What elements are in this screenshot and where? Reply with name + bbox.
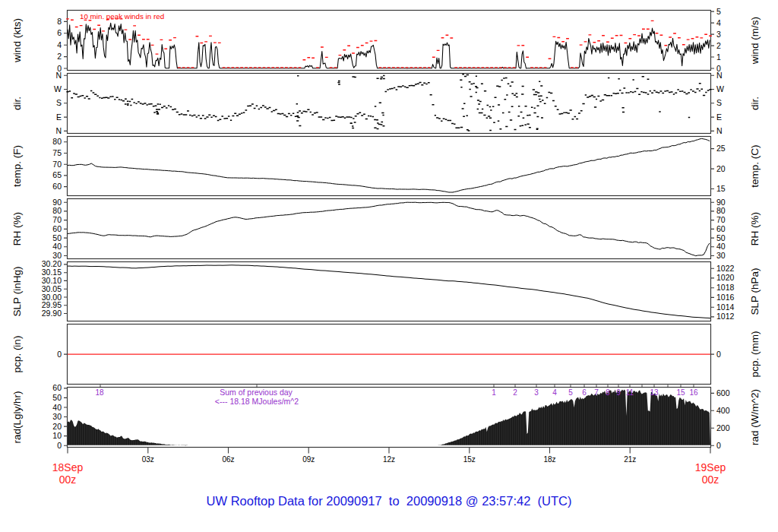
svg-text:6: 6 bbox=[57, 28, 62, 37]
svg-text:18Sep: 18Sep bbox=[52, 461, 84, 473]
svg-text:1012: 1012 bbox=[716, 312, 735, 321]
svg-text:1018: 1018 bbox=[716, 283, 735, 292]
svg-text:600: 600 bbox=[716, 388, 730, 397]
svg-text:5: 5 bbox=[716, 7, 721, 16]
svg-text:40: 40 bbox=[716, 242, 726, 251]
svg-text:rad(Lgly/hr): rad(Lgly/hr) bbox=[11, 391, 23, 443]
svg-text:70: 70 bbox=[716, 215, 726, 224]
svg-text:0: 0 bbox=[57, 441, 62, 450]
svg-text:0: 0 bbox=[716, 441, 721, 450]
svg-text:19Sep: 19Sep bbox=[695, 461, 726, 473]
svg-text:65: 65 bbox=[52, 170, 62, 179]
svg-text:N: N bbox=[716, 71, 723, 80]
svg-text:400: 400 bbox=[716, 406, 730, 415]
svg-text:21z: 21z bbox=[624, 455, 636, 464]
svg-text:UW Rooftop Data for 20090917: UW Rooftop Data for 20090917 to 20090918… bbox=[207, 494, 572, 508]
svg-text:70: 70 bbox=[52, 215, 62, 224]
svg-text:15z: 15z bbox=[463, 455, 476, 464]
svg-text:8: 8 bbox=[57, 17, 62, 26]
svg-text:E: E bbox=[716, 112, 722, 122]
svg-text:Sum of previous day: Sum of previous day bbox=[220, 388, 293, 397]
svg-text:SLP (inHg): SLP (inHg) bbox=[11, 267, 23, 317]
svg-text:4: 4 bbox=[57, 40, 62, 49]
svg-text:30.05: 30.05 bbox=[42, 284, 62, 293]
svg-text:S: S bbox=[716, 98, 722, 107]
svg-text:18: 18 bbox=[95, 388, 104, 397]
svg-text:5: 5 bbox=[568, 388, 573, 397]
svg-text:3: 3 bbox=[716, 30, 721, 39]
svg-text:03z: 03z bbox=[142, 455, 154, 464]
svg-text:60: 60 bbox=[52, 182, 62, 191]
svg-text:15: 15 bbox=[716, 184, 726, 193]
svg-text:29.90: 29.90 bbox=[42, 309, 62, 318]
svg-text:pcp. (in): pcp. (in) bbox=[11, 336, 23, 373]
svg-text:29.95: 29.95 bbox=[42, 300, 62, 309]
svg-text:pcp. (mm): pcp. (mm) bbox=[749, 331, 761, 378]
svg-text:1020: 1020 bbox=[716, 273, 735, 282]
svg-text:40: 40 bbox=[52, 403, 62, 412]
svg-text:8: 8 bbox=[606, 388, 610, 397]
svg-text:2: 2 bbox=[513, 388, 517, 397]
svg-text:3: 3 bbox=[534, 388, 539, 397]
svg-text:50: 50 bbox=[716, 233, 726, 242]
svg-text:RH (%): RH (%) bbox=[749, 212, 761, 245]
svg-text:2: 2 bbox=[716, 41, 721, 50]
svg-text:<--- 18.18 MJoules/m^2: <--- 18.18 MJoules/m^2 bbox=[215, 397, 299, 406]
svg-text:0: 0 bbox=[57, 350, 62, 359]
svg-text:80: 80 bbox=[52, 206, 62, 215]
svg-text:rad (W/m^2): rad (W/m^2) bbox=[749, 389, 761, 445]
svg-text:0: 0 bbox=[716, 350, 721, 359]
svg-text:N: N bbox=[55, 71, 62, 80]
svg-text:dir.: dir. bbox=[749, 97, 761, 110]
svg-text:30: 30 bbox=[716, 251, 726, 260]
svg-text:1014: 1014 bbox=[716, 302, 735, 312]
svg-text:15: 15 bbox=[676, 388, 685, 397]
svg-text:06z: 06z bbox=[222, 455, 234, 464]
svg-text:30: 30 bbox=[52, 251, 62, 260]
svg-text:30: 30 bbox=[52, 412, 62, 421]
svg-text:11: 11 bbox=[626, 388, 634, 397]
svg-text:30.15: 30.15 bbox=[42, 268, 62, 277]
svg-text:dir.: dir. bbox=[11, 97, 23, 110]
svg-text:W: W bbox=[54, 84, 62, 93]
svg-text:10: 10 bbox=[52, 431, 62, 440]
svg-text:temp. (C): temp. (C) bbox=[749, 144, 761, 187]
svg-text:50: 50 bbox=[52, 233, 62, 242]
svg-text:13: 13 bbox=[650, 388, 659, 397]
svg-text:S: S bbox=[56, 98, 62, 107]
svg-text:W: W bbox=[716, 84, 724, 93]
svg-text:25: 25 bbox=[716, 144, 726, 153]
svg-text:2: 2 bbox=[57, 52, 62, 61]
svg-text:9: 9 bbox=[616, 388, 621, 397]
svg-text:N: N bbox=[55, 126, 62, 135]
svg-text:16: 16 bbox=[689, 388, 698, 397]
svg-text:N: N bbox=[716, 126, 723, 135]
svg-text:75: 75 bbox=[52, 148, 62, 157]
svg-text:200: 200 bbox=[716, 423, 730, 432]
svg-text:60: 60 bbox=[52, 383, 62, 392]
svg-text:4: 4 bbox=[552, 388, 557, 397]
svg-text:40: 40 bbox=[52, 242, 62, 251]
svg-text:70: 70 bbox=[52, 160, 62, 169]
svg-text:60: 60 bbox=[52, 224, 62, 233]
svg-text:1022: 1022 bbox=[716, 264, 735, 273]
svg-text:30.10: 30.10 bbox=[42, 276, 62, 285]
svg-text:50: 50 bbox=[52, 393, 62, 402]
svg-text:00z: 00z bbox=[702, 473, 719, 486]
svg-text:20: 20 bbox=[52, 422, 62, 431]
svg-text:wind (kts): wind (kts) bbox=[11, 18, 23, 63]
svg-text:E: E bbox=[56, 112, 62, 122]
svg-text:wind (m/s): wind (m/s) bbox=[749, 17, 761, 65]
svg-text:12z: 12z bbox=[383, 455, 395, 464]
svg-text:80: 80 bbox=[716, 206, 726, 215]
svg-text:10 min. peak winds in red: 10 min. peak winds in red bbox=[80, 12, 164, 21]
svg-text:30.20: 30.20 bbox=[42, 259, 62, 268]
svg-text:18z: 18z bbox=[543, 455, 555, 464]
svg-text:80: 80 bbox=[52, 137, 62, 146]
svg-text:1: 1 bbox=[716, 52, 721, 62]
svg-text:60: 60 bbox=[716, 224, 726, 233]
svg-text:90: 90 bbox=[52, 198, 62, 207]
svg-text:6: 6 bbox=[582, 388, 587, 397]
svg-text:RH (%): RH (%) bbox=[11, 212, 23, 245]
svg-text:09z: 09z bbox=[302, 455, 315, 464]
